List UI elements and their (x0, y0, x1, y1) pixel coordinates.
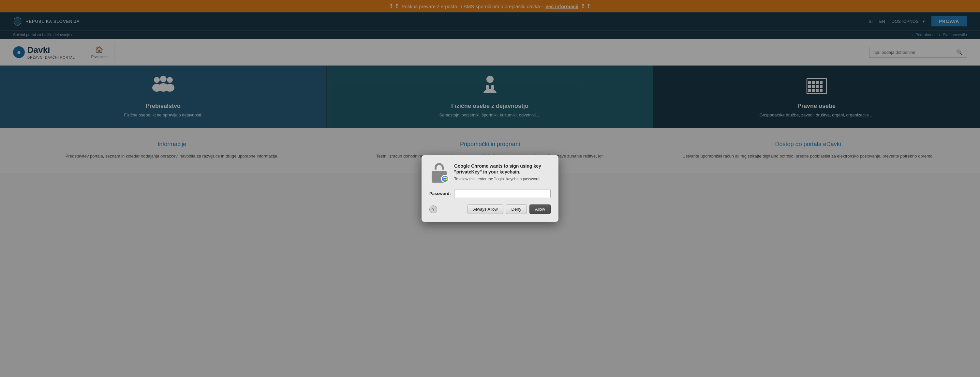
dialog-title-area: Google Chrome wants to sign using key "p… (454, 163, 550, 173)
dialog-title: Google Chrome wants to sign using key "p… (454, 163, 550, 173)
lock-chrome-icon (430, 163, 449, 173)
lock-shackle (434, 163, 444, 170)
dialog-header: Google Chrome wants to sign using key "p… (430, 163, 550, 173)
keychain-dialog: Google Chrome wants to sign using key "p… (422, 155, 558, 173)
lock-body (432, 171, 447, 173)
dialog-overlay: Google Chrome wants to sign using key "p… (0, 0, 980, 173)
